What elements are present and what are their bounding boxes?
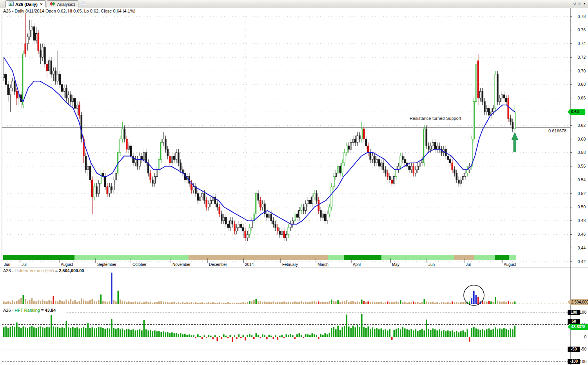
last-price-tag: 0.64	[568, 109, 585, 115]
tab-list-dropdown-icon[interactable]: ▼	[583, 0, 586, 7]
svg-text:August: August	[61, 262, 73, 267]
svg-text:Jul: Jul	[466, 262, 471, 267]
svg-text:0.56: 0.56	[578, 164, 586, 168]
phase-ribbon	[3, 255, 516, 260]
volume-value-tag: 2,504,000	[568, 299, 588, 305]
svg-text:100: 100	[579, 310, 586, 314]
svg-text:0.68: 0.68	[578, 82, 586, 87]
svg-text:2014: 2014	[245, 262, 254, 267]
hft-bars	[3, 314, 515, 342]
svg-text:0.54: 0.54	[578, 177, 586, 182]
svg-text:0.52: 0.52	[578, 191, 586, 196]
svg-text:0.70: 0.70	[578, 69, 586, 73]
scroll-tabs-right-icon[interactable]: ▷	[578, 0, 581, 7]
moving-average-line	[4, 57, 515, 224]
svg-text:December: December	[209, 262, 227, 267]
hft-panel-title: A26 - HFT Ranking = 43.84	[3, 308, 56, 313]
svg-text:0.74: 0.74	[578, 41, 586, 46]
svg-text:0.60: 0.60	[578, 137, 586, 141]
indicator-name: Hidden Volume (HV)	[15, 268, 54, 273]
svg-text:0.50: 0.50	[578, 204, 586, 209]
svg-text:0: 0	[584, 334, 586, 339]
svg-text:0.76: 0.76	[578, 27, 586, 32]
scroll-tabs-left-icon[interactable]: ◁	[573, 0, 575, 7]
resistance-support-annotation: Resistance-turned-Support	[410, 116, 461, 121]
support-line-value-label: 0.616678	[527, 128, 566, 133]
new-tab-button[interactable]	[80, 1, 85, 6]
tab-scroll-controls: ◁ ▷ ▼	[573, 0, 586, 7]
svg-text:0.62: 0.62	[578, 123, 586, 128]
svg-text:August: August	[504, 262, 516, 267]
tab-a26-daily[interactable]: A26 (Daily) ✕	[5, 0, 46, 7]
svg-text:0.58: 0.58	[578, 150, 586, 155]
svg-text:Jul: Jul	[22, 262, 27, 267]
chart-canvas[interactable]: 0.780.760.740.720.700.680.660.640.620.60…	[0, 0, 588, 365]
svg-text:November: November	[172, 262, 191, 267]
hft-value-tag: 43.8378	[568, 324, 588, 330]
svg-text:0.48: 0.48	[578, 218, 586, 223]
volume-bars	[2, 273, 570, 304]
svg-text:0.46: 0.46	[578, 232, 586, 237]
close-icon[interactable]: ✕	[40, 2, 43, 6]
chart-image-icon	[9, 2, 14, 7]
indicator-name: HFT Ranking	[15, 308, 40, 313]
svg-text:Jun: Jun	[428, 262, 435, 267]
hft-level-tag-m50: -50	[568, 347, 580, 352]
svg-text:September: September	[97, 262, 117, 267]
tab-bar: A26 (Daily) ✕ Analysis1 ◁ ▷ ▼	[0, 0, 588, 7]
indicator-value: = 2,504,000.00	[54, 268, 84, 273]
symbol-prefix: A26 -	[3, 308, 15, 313]
indicator-value: = 43.84	[40, 308, 56, 313]
price-grid: 0.780.760.740.720.700.680.660.640.620.60…	[2, 14, 586, 264]
symbol-prefix: A26 -	[3, 268, 15, 273]
volume-panel-title: A26 - Hidden Volume (HV) = 2,504,000.00	[3, 268, 84, 273]
panel-borders	[0, 8, 588, 365]
hft-level-tag-m100: -100	[568, 359, 580, 364]
svg-text:April: April	[353, 262, 361, 267]
svg-text:Jun: Jun	[4, 262, 10, 267]
tab-label: A26 (Daily)	[15, 2, 38, 7]
charting-app-window: A26 (Daily) ✕ Analysis1 ◁ ▷ ▼ 0.780.760.…	[0, 0, 588, 365]
tab-label: Analysis1	[57, 2, 75, 7]
analysis-diamonds-icon	[50, 2, 55, 7]
svg-text:-50: -50	[581, 347, 586, 351]
svg-text:May: May	[392, 262, 399, 267]
svg-text:0.66: 0.66	[578, 96, 586, 100]
svg-text:March: March	[318, 262, 328, 267]
svg-text:February: February	[282, 262, 298, 267]
tab-analysis1[interactable]: Analysis1	[47, 0, 78, 7]
svg-text:0.78: 0.78	[578, 14, 586, 19]
hft-level-tag-50: 50	[568, 319, 580, 324]
up-arrow-annotation	[512, 132, 518, 152]
svg-text:0.72: 0.72	[578, 55, 586, 60]
svg-text:0.42: 0.42	[578, 259, 586, 264]
ohlc-title: A26 - Daily 8/11/2014 Open 0.62, Hi 0.65…	[3, 9, 135, 13]
hft-level-tag-100: 100	[568, 310, 580, 315]
svg-text:0.44: 0.44	[578, 246, 586, 250]
svg-text:October: October	[132, 262, 147, 267]
